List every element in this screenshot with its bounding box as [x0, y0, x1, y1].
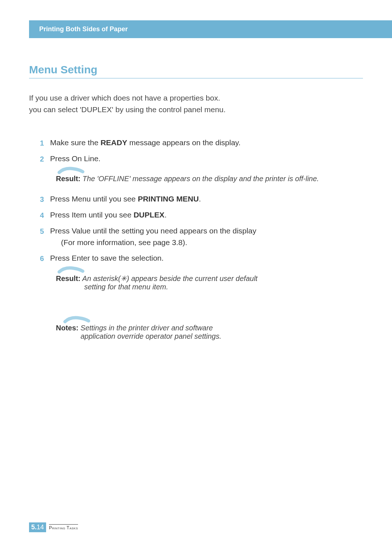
result-label: Result:	[56, 274, 81, 282]
step-text: Press On Line.	[50, 153, 363, 164]
brush-stroke-icon	[57, 164, 85, 175]
page-section-number: 14	[37, 524, 44, 531]
result-callout: Result: The 'OFFLINE' message appears on…	[50, 175, 363, 183]
notes-text: Settings in the printer driver and softw…	[78, 324, 213, 332]
page-number-badge: 5.14	[29, 522, 46, 532]
step-number: 2	[40, 153, 50, 164]
intro-text: If you use a driver which does not have …	[29, 92, 363, 115]
chapter-name-label: Printing Tasks	[49, 524, 78, 530]
step-text: Press Menu until you see PRINTING MENU.	[50, 193, 363, 205]
header-bar: Printing Both Sides of Paper	[29, 20, 392, 38]
step-item: 6 Press Enter to save the selection.	[40, 252, 363, 264]
step-item: 3 Press Menu until you see PRINTING MENU…	[40, 193, 363, 205]
notes-text-line2: application override operator panel sett…	[56, 332, 363, 341]
page-footer: 5.14 Printing Tasks	[29, 522, 78, 532]
result-label: Result:	[56, 175, 81, 183]
step-text: Make sure the READY message appears on t…	[50, 137, 363, 148]
notes-callout: Notes: Settings in the printer driver an…	[56, 324, 363, 341]
step-text: Press Enter to save the selection.	[50, 252, 363, 264]
steps-list: 1 Make sure the READY message appears on…	[29, 137, 363, 341]
result-text-line2: setting for that menu item.	[56, 283, 363, 291]
intro-line-2: you can select 'DUPLEX' by using the con…	[29, 104, 363, 115]
step-number: 5	[40, 225, 50, 237]
step-number: 3	[40, 193, 50, 205]
page-chapter-number: 5.	[31, 524, 37, 531]
section-title: Menu Setting	[29, 64, 363, 78]
header-title: Printing Both Sides of Paper	[39, 25, 128, 33]
brush-stroke-icon	[63, 314, 90, 325]
step-number: 4	[40, 209, 50, 221]
content-area: Menu Setting If you use a driver which d…	[0, 64, 392, 341]
intro-line-1: If you use a driver which does not have …	[29, 92, 363, 104]
step-item: 1 Make sure the READY message appears on…	[40, 137, 363, 148]
step-text: Press Value until the setting you need a…	[50, 225, 363, 248]
step-number: 6	[40, 252, 50, 264]
step-item: 2 Press On Line.	[40, 153, 363, 164]
step-number: 1	[40, 137, 50, 148]
result-text: An asterisk(✳) appears beside the curren…	[81, 274, 258, 282]
notes-label: Notes:	[56, 324, 78, 332]
brush-stroke-icon	[57, 264, 85, 275]
step-item: 4 Press Item until you see DUPLEX.	[40, 209, 363, 221]
result-callout: Result: An asterisk(✳) appears beside th…	[50, 274, 363, 291]
result-text: The 'OFFLINE' message appears on the dis…	[81, 175, 319, 183]
step-item: 5 Press Value until the setting you need…	[40, 225, 363, 248]
step-sub-text: (For more information, see page 3.8).	[50, 237, 363, 248]
step-text: Press Item until you see DUPLEX.	[50, 209, 363, 221]
